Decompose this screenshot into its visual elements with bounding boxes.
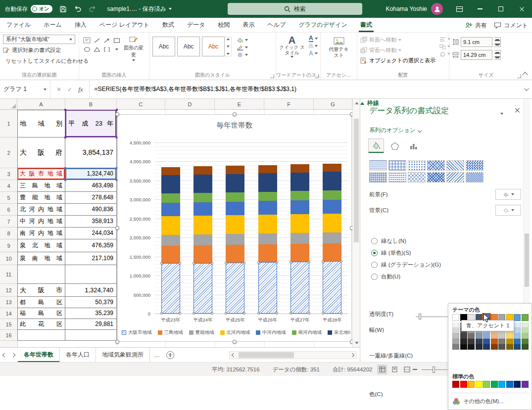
pattern-swatch-wide-diagonal[interactable] [446, 172, 464, 182]
cell-B11[interactable] [65, 265, 117, 284]
zoom-slider[interactable] [422, 369, 447, 370]
bar-segment-豊能地域[interactable] [226, 234, 244, 245]
tint-swatch-#9CC2E5[interactable] [514, 333, 521, 339]
spreadsheet-grid[interactable]: ABCDEFG1地 域 別平 成 23 年2大 阪 府3,854,1373大 阪… [0, 99, 360, 347]
tint-swatch-#757070[interactable] [468, 333, 475, 339]
bar-segment-大阪市地域[interactable] [290, 262, 309, 314]
tint-swatch-#262626[interactable] [460, 339, 467, 344]
pane-close-icon[interactable] [515, 107, 521, 114]
shape-width-field[interactable]: 14.29 cm [461, 50, 492, 60]
status-item[interactable]: 合計: 95644202 [333, 366, 373, 373]
tint-swatch-#A6A6A6[interactable] [452, 339, 459, 344]
theme-swatch-#FFFFFF[interactable] [452, 314, 459, 321]
column-header-D[interactable]: D [165, 99, 215, 110]
scroll-right-icon[interactable] [348, 354, 356, 357]
oval-shape-icon[interactable] [82, 45, 92, 53]
ribbon-tab[interactable]: ヘルプ [261, 18, 292, 32]
more-colors-item[interactable]: その他の色(M)... [448, 395, 532, 408]
bring-forward-button[interactable]: 前面へ移動 [360, 35, 435, 45]
standard-swatch-#C00000[interactable] [452, 381, 459, 388]
pane-scroll-thumb[interactable] [525, 233, 529, 287]
row-header-5[interactable]: 5 [0, 192, 17, 204]
reset-to-match-style-button[interactable]: リセットしてスタイルに合わせる [3, 56, 76, 66]
text-outline-button[interactable]: A [309, 43, 318, 49]
bar-segment-大阪市地域[interactable] [323, 261, 341, 314]
style-gallery-scroll[interactable] [225, 37, 232, 56]
chart-selection-handle[interactable] [233, 340, 237, 344]
sheet-tab-各年人口[interactable]: 各年人口 [60, 348, 96, 362]
bar-segment-泉南地域[interactable] [290, 164, 309, 173]
cell-A4[interactable]: 三 島 地 域 [17, 180, 65, 192]
pattern-swatch-diagonal-crosshatch[interactable] [427, 160, 445, 171]
sheet-nav-right-icon[interactable] [9, 348, 18, 362]
column-header-A[interactable]: A [17, 99, 65, 110]
tint-swatch-#BDD6EE[interactable] [514, 328, 521, 333]
pattern-swatch-diagonal-stripe[interactable] [446, 160, 464, 171]
cell-A2[interactable]: 大 阪 府 [17, 137, 65, 168]
cell-B5[interactable]: 278,648 [65, 192, 117, 204]
slider-thumb[interactable] [419, 314, 421, 319]
tint-swatch-#1F3864[interactable] [483, 344, 490, 350]
fill-line-tab[interactable] [368, 138, 384, 153]
shape-outline-button[interactable] [237, 45, 248, 50]
tint-swatch-#8496B0[interactable] [476, 333, 483, 339]
comments-button[interactable]: コメント [494, 21, 528, 30]
tint-swatch-#333F4F[interactable] [476, 339, 483, 344]
row-header-8[interactable]: 8 [0, 228, 17, 239]
bar-segment-中河内地域[interactable] [161, 203, 180, 217]
bar-segment-泉北地域[interactable] [226, 174, 244, 192]
text-fill-button[interactable]: A [309, 36, 318, 42]
enter-icon[interactable]: ✓ [67, 86, 72, 93]
shape-effects-button[interactable] [237, 52, 248, 58]
bar-segment-南河内地域[interactable] [193, 193, 212, 202]
tint-swatch-#E2EFD9[interactable] [522, 322, 529, 328]
search-input[interactable]: 検索 [228, 3, 362, 15]
close-icon[interactable] [511, 0, 532, 18]
column-header-G[interactable]: G [314, 99, 352, 110]
align-button[interactable] [439, 36, 450, 42]
radio-線なし(N)[interactable]: 線なし(N) [371, 236, 406, 245]
legend-item[interactable]: 中河内地域 [256, 329, 286, 336]
tint-swatch-#538135[interactable] [522, 339, 529, 344]
tint-swatch-#D9D9D9[interactable] [452, 328, 459, 333]
bar-segment-北河内地域[interactable] [193, 216, 212, 234]
cell-B13[interactable]: 50,379 [65, 297, 117, 308]
rectangle-shape-icon[interactable] [112, 36, 121, 45]
cancel-icon[interactable]: ✕ [56, 86, 61, 93]
tint-swatch-#2F5496[interactable] [483, 339, 490, 344]
bar-segment-北河内地域[interactable] [290, 214, 309, 233]
bar-segment-大阪市地域[interactable] [258, 262, 277, 314]
bar-segment-中河内地域[interactable] [258, 201, 277, 215]
chart-object[interactable]: 毎年世帯数0500,0001,000,0001,500,0002,000,000… [117, 114, 352, 342]
save-icon[interactable] [55, 2, 70, 16]
cell-B3[interactable]: 1,324,740 [65, 168, 117, 180]
sheet-tab-地域気象観測所[interactable]: 地域気象観測所 [96, 348, 150, 362]
sheet-overflow-indicator[interactable]: … [150, 348, 164, 362]
legend-item[interactable]: 南河内地域 [292, 329, 322, 336]
pattern-swatch-dotted-grid[interactable] [408, 160, 426, 171]
expand-formula-bar-icon[interactable] [519, 80, 532, 98]
tint-swatch-#F4B183[interactable] [491, 333, 498, 339]
width-spinner[interactable] [494, 50, 501, 60]
shape-style-sample-1[interactable]: Abc [152, 37, 175, 56]
ribbon-tab[interactable]: データ [181, 18, 212, 32]
sheet-tab-各年世帯数[interactable]: 各年世帯数 [18, 348, 60, 362]
bar-segment-豊能地域[interactable] [290, 233, 309, 244]
sheet-nav-left-icon[interactable] [0, 348, 9, 362]
tint-swatch-#BFBFBF[interactable] [452, 333, 459, 339]
share-button[interactable]: 共有 [465, 21, 487, 30]
new-sheet-button[interactable] [164, 348, 177, 362]
standard-swatch-#7030A0[interactable] [522, 381, 529, 388]
row-header-13[interactable]: 13 [0, 297, 17, 308]
ribbon-tab[interactable]: 数式 [156, 18, 181, 32]
bar-segment-中河内地域[interactable] [290, 200, 309, 214]
bar-segment-大阪市地域[interactable] [161, 263, 180, 314]
tint-swatch-#BF9000[interactable] [506, 339, 513, 344]
series-options-tab[interactable] [406, 138, 422, 153]
bar-segment-北河内地域[interactable] [258, 215, 277, 233]
ribbon-tab[interactable]: ホーム [37, 18, 68, 32]
cell-A11[interactable] [17, 265, 65, 284]
row-header-12[interactable]: 12 [0, 284, 17, 297]
cell-A12[interactable]: 大 阪 市 [17, 284, 65, 297]
legend-item[interactable]: 北河内地域 [220, 329, 250, 336]
